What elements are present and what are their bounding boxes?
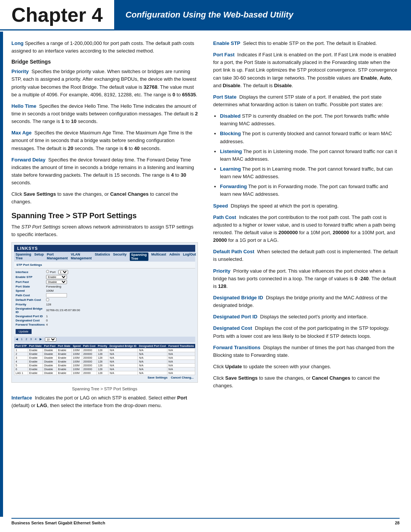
table-cell: 128 (97, 367, 108, 371)
priority-paragraph: Priority Specifies the bridge priority v… (11, 68, 198, 99)
defaultpath-check[interactable] (46, 298, 49, 301)
port-state-text: Displays the current STP state of a port… (213, 94, 383, 107)
next-btn[interactable]: ▶ (40, 337, 42, 342)
max-age-paragraph: Max Age Specifies the device Maximum Age… (11, 129, 198, 152)
list-item-learning: Learning The port is in Learning mode. T… (220, 165, 400, 181)
page-1[interactable]: 1 (21, 337, 22, 342)
screenshot-caption: Spanning Tree > STP Port Settings (11, 387, 198, 391)
enable-stp-text: Select this to enable STP on the port. T… (243, 40, 377, 46)
forward-delay-term: Forward Delay (11, 157, 46, 163)
page-4[interactable]: 4 (35, 337, 37, 342)
table-cell: Enable (28, 359, 43, 363)
port-fast-para: Port Fast Indicates if Fast Link is enab… (213, 51, 400, 89)
click-update-para: Click Update to update the screen with y… (213, 363, 400, 371)
hello-time-paragraph: Hello Time Specifies the device Hello Ti… (11, 102, 198, 125)
nav-setup[interactable]: Spanning Tree (16, 252, 31, 261)
path-cost-term: Path Cost (213, 214, 236, 220)
table-cell: Enable (28, 352, 43, 356)
table-cell: 5 (14, 363, 28, 367)
page: Chapter 4 Configuration Using the Web-ba… (0, 0, 411, 532)
long-text: Specifies a range of 1-200,000,000 for p… (11, 40, 194, 54)
table-cell: N/A (108, 352, 138, 356)
label-portfast: Port Fast (16, 280, 46, 284)
port-states-list: Disabled STP is currently disabled on th… (220, 112, 400, 198)
des-port-val: 1 (46, 315, 194, 318)
table-cell: N/A (108, 359, 138, 363)
label-enable-stp: Enable STP (16, 275, 46, 279)
interface-text: Indicates the port or LAG on which STP i… (11, 395, 187, 408)
priority-para-right: Priority Priority value of the port. Thi… (213, 267, 400, 290)
nav-log[interactable]: Log/Out (183, 252, 196, 261)
page-2[interactable]: 2 (25, 337, 27, 342)
form-row-speed: Speed 100M (16, 289, 194, 292)
table-cell: Enable (57, 356, 72, 359)
long-paragraph: Long Specifies a range of 1-200,000,000 … (11, 40, 198, 55)
des-port-term: Designated Port ID (213, 314, 257, 320)
table-cell: N/A (138, 371, 167, 375)
form-row-desbridgeid: Designated Bridge ID 32768-01:23:45:67:8… (16, 307, 194, 314)
cancel-changes-btn[interactable]: Cancel Chang... (171, 376, 194, 379)
maxage-term: Max Age (11, 130, 32, 136)
per-page-select[interactable]: 10 (45, 337, 56, 342)
nav-security[interactable]: Security (113, 252, 127, 261)
table-row: 2EnableDisableEnable100M200000128N/AN/AN… (14, 352, 195, 356)
table-cell: 6 (14, 367, 28, 371)
table-cell: 2 (14, 352, 28, 356)
speed-val: 100M (46, 289, 194, 292)
bridge-settings-title: Bridge Settings (11, 59, 198, 65)
nav-statistics[interactable]: Statistics (95, 252, 110, 261)
nav-port[interactable]: Setup (34, 252, 44, 261)
form-row-priority: Priority 128 (16, 303, 194, 306)
nav-admin[interactable]: Admin (169, 252, 180, 261)
table-cell: 200000 (82, 363, 97, 367)
th-portstate: Port State (28, 344, 43, 348)
linksys-logo: LINKSYS (17, 246, 38, 251)
table-cell: N/A (108, 367, 138, 371)
port-fast-term: Port Fast (213, 52, 234, 58)
th-desportcost: Designated Port Cost (138, 344, 167, 348)
form-row-desportid: Designated Port ID 1 (16, 315, 194, 318)
nav-stp[interactable]: VLAN Management (71, 252, 92, 261)
select-portfast[interactable]: Disable (46, 280, 67, 284)
label-des-port-id: Designated Port ID (16, 315, 46, 318)
label-portstate: Port State (16, 285, 46, 288)
save-settings-btn[interactable]: Save Settings (148, 376, 167, 379)
table-cell: Enable (28, 348, 43, 352)
des-bridge-val: 32768-01:23:45:67:89:00 (46, 308, 194, 312)
table-cell: 128 (97, 363, 108, 367)
table-row: 1EnableDisableEnable100M200000128N/AN/AN… (14, 348, 195, 352)
table-cell: 128 (97, 348, 108, 352)
table-cell: Enable (57, 371, 72, 375)
click-save-para: Click Save Settings to save the changes,… (11, 190, 198, 206)
table-cell: 3 (14, 356, 28, 359)
main-content: Long Specifies a range of 1-200,000,000 … (0, 30, 411, 422)
spanning-intro: The STP Port Settings screen allows netw… (11, 223, 198, 238)
nav-spanning-active[interactable]: Spanning Tree (130, 252, 148, 261)
hello-text: Specifies the device Hello Time. The Hel… (11, 103, 198, 124)
update-button[interactable]: Update (16, 329, 32, 334)
spanning-tree-section: Spanning Tree > STP Port Settings The ST… (11, 211, 198, 410)
label-des-bridge-id: Designated Bridge ID (16, 307, 46, 314)
table-cell: 200000 (82, 359, 97, 363)
chapter-title-area: Configuration Using the Web-based Utilit… (114, 0, 411, 29)
port-radio[interactable] (46, 270, 49, 273)
pathcost-input[interactable] (46, 293, 67, 297)
select-enable-stp[interactable]: Enable (46, 275, 67, 279)
priority-term-right: Priority (213, 268, 231, 274)
path-cost-text: Indicates the port contribution to the r… (213, 214, 395, 243)
table-row: 3EnableDisableEnable100M200000128N/AN/AN… (14, 356, 195, 359)
port-select[interactable]: 1 (58, 270, 68, 274)
prev-btn[interactable]: ◀ (16, 337, 18, 342)
list-item-forwarding: Forwarding The port is in Forwarding mod… (220, 183, 400, 198)
table-cell: N/A (108, 356, 138, 359)
page-3[interactable]: 3 (30, 337, 32, 342)
nav-multicast[interactable]: Multicast (151, 252, 166, 261)
linksys-bar: LINKSYS (14, 245, 195, 252)
pagination-area: ◀ 1 2 3 4 ▶ 10 (14, 337, 195, 342)
nav-vlan[interactable]: Port Management (47, 252, 68, 261)
form-left: Interface Port 1 Enable STP Enable (16, 270, 194, 335)
table-cell: N/A (167, 348, 195, 352)
table-cell: N/A (167, 359, 195, 363)
fwd-trans-para: Forward Transitions Displays the number … (213, 344, 400, 359)
form-row-portstate: Port State Forwarding (16, 285, 194, 288)
